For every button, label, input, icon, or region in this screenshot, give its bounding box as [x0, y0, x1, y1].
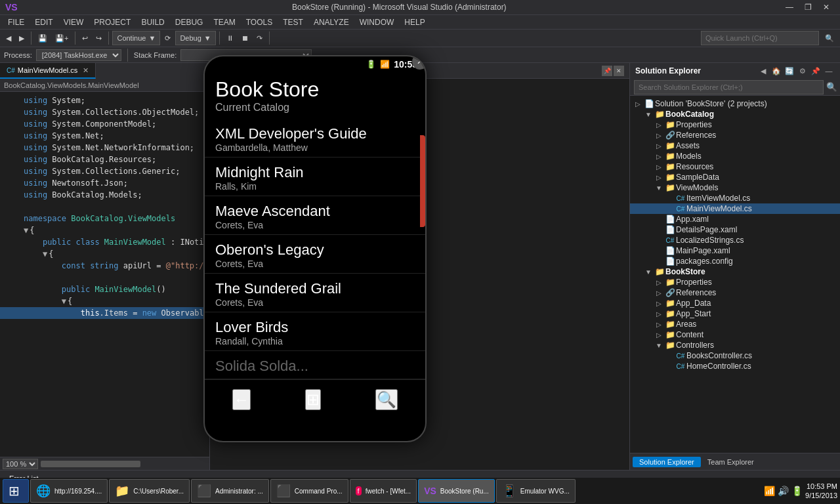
sol-collapse-button[interactable]: — [823, 65, 835, 77]
debug-close-button[interactable]: ✕ [614, 66, 624, 76]
phone-back-button[interactable]: ← [232, 389, 251, 410]
tree-item-bookstore[interactable]: ▼ 📁 BookStore [630, 266, 840, 277]
tree-item-detailspage[interactable]: 📄 DetailsPage.xaml [630, 224, 840, 235]
phone-search-button[interactable]: 🔍 [375, 389, 398, 410]
taskbar-ie[interactable]: 🌐 http://169.254.... [30, 479, 108, 503]
maximize-button[interactable]: ❐ [799, 1, 816, 13]
expand-icon: ▷ [654, 331, 664, 339]
menu-tools[interactable]: TOOLS [241, 16, 278, 28]
tree-item-solution[interactable]: ▷ 📄 Solution 'BookStore' (2 projects) [630, 98, 840, 109]
tree-item-itemviewmodel[interactable]: C# ItemViewModel.cs [630, 193, 840, 203]
stop-button[interactable]: ⏹ [238, 31, 252, 45]
tree-item-mainpage[interactable]: 📄 MainPage.xaml [630, 245, 840, 256]
phone-book-item-6[interactable]: Solida Solda... [205, 351, 425, 379]
menu-debug[interactable]: DEBUG [170, 16, 209, 28]
phone-close-button[interactable]: ✕ [412, 55, 427, 70]
phone-book-item-2[interactable]: Maeve Ascendant Corets, Eva [205, 196, 425, 235]
menu-file[interactable]: FILE [3, 16, 30, 28]
tree-item-assets[interactable]: ▷ 📁 Assets [630, 140, 840, 151]
tree-item-app-start[interactable]: ▷ 📁 App_Start [630, 308, 840, 319]
zoom-select[interactable]: 100 % [3, 459, 38, 469]
taskbar-explorer[interactable]: 📁 C:\Users\Rober... [109, 479, 190, 503]
taskbar-vs[interactable]: VS BookStore (Ru... [418, 479, 495, 503]
tree-item-properties[interactable]: ▷ 📁 Properties [630, 119, 840, 130]
tree-item-controllers[interactable]: ▼ 📁 Controllers [630, 340, 840, 350]
close-button[interactable]: ✕ [818, 1, 835, 13]
sol-home-button[interactable]: 🏠 [770, 65, 782, 77]
tree-item-mainviewmodel[interactable]: C# MainViewModel.cs [630, 203, 840, 214]
code-line: ▼{ [0, 248, 209, 260]
quick-launch-button[interactable]: 🔍 [822, 31, 837, 45]
debug-pin-button[interactable]: 📌 [602, 66, 612, 76]
save-all-button[interactable]: 💾+ [52, 31, 72, 45]
sol-pin-button[interactable]: 📌 [810, 65, 822, 77]
tree-item-viewmodels[interactable]: ▼ 📁 ViewModels [630, 182, 840, 193]
tree-item-bs-properties[interactable]: ▷ 📁 Properties [630, 277, 840, 287]
taskbar-cmd1[interactable]: ⬛ Administrator: ... [191, 479, 269, 503]
debug-dropdown[interactable]: Debug ▼ [175, 31, 215, 45]
save-button[interactable]: 💾 [35, 31, 51, 45]
menu-help[interactable]: HELP [399, 16, 430, 28]
phone-status-bar: 🔋 📶 10:53 [205, 56, 425, 72]
menu-analyze[interactable]: ANALYZE [308, 16, 354, 28]
taskbar-emulator[interactable]: 📱 Emulator WVG... [496, 479, 576, 503]
taskbar-cmd2[interactable]: ⬛ Command Pro... [270, 479, 348, 503]
menu-edit[interactable]: EDIT [30, 16, 58, 28]
editor-tab-close[interactable]: ✕ [83, 66, 89, 75]
undo-button[interactable]: ↩ [79, 31, 91, 45]
tree-item-localizedstrings[interactable]: C# LocalizedStrings.cs [630, 235, 840, 245]
tree-item-content[interactable]: ▷ 📁 Content [630, 329, 840, 340]
menu-team[interactable]: TEAM [208, 16, 240, 28]
process-label: Process: [4, 51, 32, 59]
tree-item-references-1[interactable]: ▷ 🔗 References [630, 130, 840, 140]
menu-build[interactable]: BUILD [136, 16, 169, 28]
tree-item-models[interactable]: ▷ 📁 Models [630, 151, 840, 161]
redo-button[interactable]: ↪ [93, 31, 105, 45]
tree-item-appxaml[interactable]: 📄 App.xaml [630, 214, 840, 224]
book-title: Midnight Rain [215, 164, 415, 181]
menu-view[interactable]: VIEW [58, 16, 89, 28]
sol-refresh-button[interactable]: 🔄 [784, 65, 795, 77]
phone-book-item-5[interactable]: Lover Birds Randall, Cynthia [205, 312, 425, 351]
step-over-button[interactable]: ↷ [253, 31, 266, 45]
tree-item-bookscontroller[interactable]: C# BooksController.cs [630, 350, 840, 361]
phone-book-item-0[interactable]: XML Developer's Guide Gambardella, Matth… [205, 119, 425, 158]
tree-item-sampledata[interactable]: ▷ 📁 SampleData [630, 172, 840, 182]
code-area[interactable]: using System; using System.Collections.O… [0, 92, 209, 457]
tree-item-areas[interactable]: ▷ 📁 Areas [630, 319, 840, 329]
minimize-button[interactable]: — [781, 1, 798, 13]
forward-button[interactable]: ▶ [16, 31, 28, 45]
tree-item-homecontroller[interactable]: C# HomeController.cs [630, 361, 840, 371]
phone-home-button[interactable]: ⊞ [305, 389, 321, 410]
sol-explorer-tab[interactable]: Solution Explorer [633, 457, 701, 467]
taskbar-fwetch[interactable]: f fwetch - [Wfet... [350, 479, 417, 503]
debug-restart-button[interactable]: ⟳ [161, 31, 174, 45]
menu-test[interactable]: TEST [278, 16, 308, 28]
solution-search-input[interactable] [634, 80, 824, 94]
explorer-label: C:\Users\Rober... [133, 488, 184, 495]
tree-item-references-2[interactable]: ▷ 🔗 References [630, 287, 840, 298]
phone-book-item-3[interactable]: Oberon's Legacy Corets, Eva [205, 235, 425, 274]
editor-tab-mainviewmodel[interactable]: C# MainViewModel.cs ✕ [0, 63, 96, 79]
process-select[interactable]: [2084] TaskHost.exe [36, 49, 121, 61]
code-line: namespace BookCatalog.ViewModels [0, 213, 209, 224]
scroll-x-bar[interactable] [41, 461, 207, 467]
team-explorer-tab[interactable]: Team Explorer [701, 457, 761, 467]
tree-item-resources[interactable]: ▷ 📁 Resources [630, 161, 840, 172]
start-button[interactable]: ⊞ [3, 479, 29, 503]
back-button[interactable]: ◀ [3, 31, 14, 45]
tree-item-bookcatalog[interactable]: ▼ 📁 BookCatalog [630, 109, 840, 119]
menu-project[interactable]: PROJECT [89, 16, 136, 28]
tree-item-packages[interactable]: 📄 packages.config [630, 256, 840, 266]
code-line: ▼{ [0, 295, 209, 307]
phone-book-item-1[interactable]: Midnight Rain Ralls, Kim [205, 158, 425, 196]
phone-book-item-4[interactable]: The Sundered Grail Corets, Eva [205, 274, 425, 312]
menu-window[interactable]: WINDOW [354, 16, 400, 28]
tree-item-app-data[interactable]: ▷ 📁 App_Data [630, 298, 840, 308]
quick-launch-input[interactable] [701, 31, 819, 45]
pause-button[interactable]: ⏸ [223, 31, 237, 45]
continue-dropdown[interactable]: Continue ▼ [112, 31, 160, 45]
solution-search-button[interactable]: 🔍 [826, 81, 837, 93]
sol-settings-button[interactable]: ⚙ [797, 65, 808, 77]
sol-back-button[interactable]: ◀ [757, 65, 769, 77]
